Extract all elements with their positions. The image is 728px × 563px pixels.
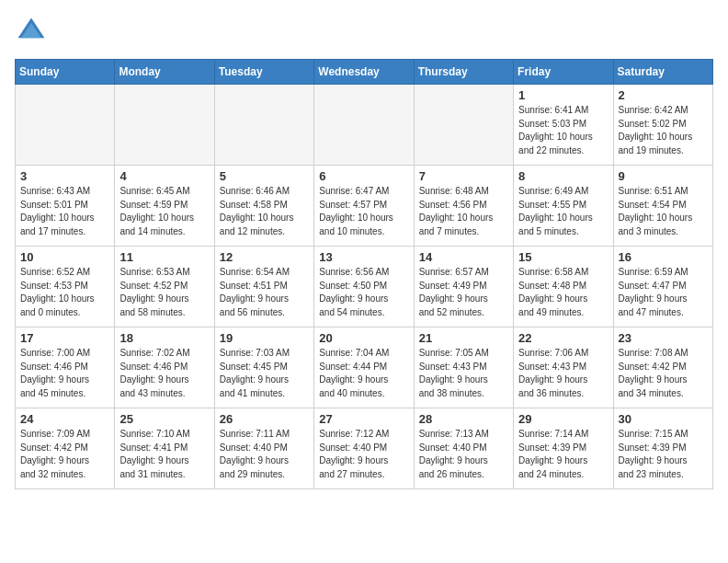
day-info: Sunrise: 6:51 AM Sunset: 4:54 PM Dayligh… [619,185,708,238]
day-number: 22 [518,331,608,345]
day-info: Sunrise: 7:11 AM Sunset: 4:40 PM Dayligh… [220,428,309,481]
day-number: 19 [220,331,309,345]
calendar-cell: 7Sunrise: 6:48 AM Sunset: 4:56 PM Daylig… [414,166,513,247]
day-info: Sunrise: 6:53 AM Sunset: 4:52 PM Dayligh… [119,266,209,319]
calendar-cell: 27Sunrise: 7:12 AM Sunset: 4:40 PM Dayli… [314,408,414,489]
day-info: Sunrise: 7:13 AM Sunset: 4:40 PM Dayligh… [419,428,508,481]
day-number: 10 [20,250,109,264]
calendar-cell: 3Sunrise: 6:43 AM Sunset: 5:01 PM Daylig… [16,166,115,247]
day-info: Sunrise: 6:43 AM Sunset: 5:01 PM Dayligh… [20,185,109,238]
day-info: Sunrise: 7:08 AM Sunset: 4:42 PM Dayligh… [619,347,708,400]
logo-icon [15,15,48,48]
calendar-week-row: 24Sunrise: 7:09 AM Sunset: 4:42 PM Dayli… [16,408,713,489]
day-info: Sunrise: 7:09 AM Sunset: 4:42 PM Dayligh… [20,428,109,481]
day-number: 25 [119,412,209,426]
calendar-cell: 28Sunrise: 7:13 AM Sunset: 4:40 PM Dayli… [414,408,513,489]
day-number: 12 [220,250,309,264]
day-number: 27 [319,412,408,426]
day-number: 6 [319,169,408,183]
weekday-header-friday: Friday [514,60,613,85]
day-info: Sunrise: 6:56 AM Sunset: 4:50 PM Dayligh… [319,266,408,319]
day-number: 14 [419,250,508,264]
day-info: Sunrise: 7:12 AM Sunset: 4:40 PM Dayligh… [319,428,408,481]
day-info: Sunrise: 7:06 AM Sunset: 4:43 PM Dayligh… [518,347,608,400]
calendar-cell: 2Sunrise: 6:42 AM Sunset: 5:02 PM Daylig… [613,85,712,166]
calendar-cell: 9Sunrise: 6:51 AM Sunset: 4:54 PM Daylig… [613,166,712,247]
day-info: Sunrise: 7:03 AM Sunset: 4:45 PM Dayligh… [220,347,309,400]
day-number: 23 [619,331,708,345]
calendar-week-row: 3Sunrise: 6:43 AM Sunset: 5:01 PM Daylig… [16,166,713,247]
calendar-cell [414,85,513,166]
calendar-cell: 16Sunrise: 6:59 AM Sunset: 4:47 PM Dayli… [613,247,712,327]
day-number: 16 [619,250,708,264]
calendar-cell: 21Sunrise: 7:05 AM Sunset: 4:43 PM Dayli… [414,327,513,408]
calendar-week-row: 10Sunrise: 6:52 AM Sunset: 4:53 PM Dayli… [16,247,713,327]
calendar-cell: 18Sunrise: 7:02 AM Sunset: 4:46 PM Dayli… [115,327,214,408]
day-info: Sunrise: 6:49 AM Sunset: 4:55 PM Dayligh… [518,185,608,238]
day-number: 11 [119,250,209,264]
day-info: Sunrise: 7:00 AM Sunset: 4:46 PM Dayligh… [20,347,109,400]
calendar-cell: 17Sunrise: 7:00 AM Sunset: 4:46 PM Dayli… [16,327,115,408]
calendar-cell: 6Sunrise: 6:47 AM Sunset: 4:57 PM Daylig… [314,166,414,247]
calendar-cell: 22Sunrise: 7:06 AM Sunset: 4:43 PM Dayli… [514,327,613,408]
day-info: Sunrise: 6:54 AM Sunset: 4:51 PM Dayligh… [220,266,309,319]
weekday-header-wednesday: Wednesday [314,60,414,85]
calendar-cell [115,85,214,166]
day-number: 1 [518,88,608,102]
day-number: 18 [119,331,209,345]
day-info: Sunrise: 7:10 AM Sunset: 4:41 PM Dayligh… [119,428,209,481]
calendar-week-row: 17Sunrise: 7:00 AM Sunset: 4:46 PM Dayli… [16,327,713,408]
calendar-cell [214,85,313,166]
calendar-cell: 19Sunrise: 7:03 AM Sunset: 4:45 PM Dayli… [214,327,313,408]
day-info: Sunrise: 6:46 AM Sunset: 4:58 PM Dayligh… [220,185,309,238]
weekday-header-saturday: Saturday [613,60,712,85]
weekday-header-row: SundayMondayTuesdayWednesdayThursdayFrid… [16,60,713,85]
weekday-header-tuesday: Tuesday [214,60,313,85]
calendar-cell: 15Sunrise: 6:58 AM Sunset: 4:48 PM Dayli… [514,247,613,327]
day-number: 2 [619,88,708,102]
day-info: Sunrise: 7:15 AM Sunset: 4:39 PM Dayligh… [619,428,708,481]
calendar-header: SundayMondayTuesdayWednesdayThursdayFrid… [16,60,713,85]
day-number: 17 [20,331,109,345]
calendar-cell: 8Sunrise: 6:49 AM Sunset: 4:55 PM Daylig… [514,166,613,247]
day-number: 9 [619,169,708,183]
calendar-cell: 14Sunrise: 6:57 AM Sunset: 4:49 PM Dayli… [414,247,513,327]
day-info: Sunrise: 7:04 AM Sunset: 4:44 PM Dayligh… [319,347,408,400]
day-number: 7 [419,169,508,183]
day-number: 4 [119,169,209,183]
day-info: Sunrise: 6:59 AM Sunset: 4:47 PM Dayligh… [619,266,708,319]
day-info: Sunrise: 6:42 AM Sunset: 5:02 PM Dayligh… [619,104,708,157]
day-info: Sunrise: 6:58 AM Sunset: 4:48 PM Dayligh… [518,266,608,319]
calendar-cell: 1Sunrise: 6:41 AM Sunset: 5:03 PM Daylig… [514,85,613,166]
calendar-cell: 20Sunrise: 7:04 AM Sunset: 4:44 PM Dayli… [314,327,414,408]
calendar-cell: 13Sunrise: 6:56 AM Sunset: 4:50 PM Dayli… [314,247,414,327]
day-number: 30 [619,412,708,426]
day-number: 26 [220,412,309,426]
calendar-cell [16,85,115,166]
page-header [15,15,713,48]
day-number: 20 [319,331,408,345]
day-number: 29 [518,412,608,426]
calendar-cell: 4Sunrise: 6:45 AM Sunset: 4:59 PM Daylig… [115,166,214,247]
day-number: 15 [518,250,608,264]
day-info: Sunrise: 6:48 AM Sunset: 4:56 PM Dayligh… [419,185,508,238]
calendar-week-row: 1Sunrise: 6:41 AM Sunset: 5:03 PM Daylig… [16,85,713,166]
day-number: 13 [319,250,408,264]
logo [15,15,51,48]
day-number: 3 [20,169,109,183]
calendar-cell [314,85,414,166]
day-info: Sunrise: 6:57 AM Sunset: 4:49 PM Dayligh… [419,266,508,319]
day-info: Sunrise: 7:05 AM Sunset: 4:43 PM Dayligh… [419,347,508,400]
calendar-cell: 26Sunrise: 7:11 AM Sunset: 4:40 PM Dayli… [214,408,313,489]
day-number: 8 [518,169,608,183]
calendar-cell: 30Sunrise: 7:15 AM Sunset: 4:39 PM Dayli… [613,408,712,489]
day-info: Sunrise: 7:14 AM Sunset: 4:39 PM Dayligh… [518,428,608,481]
calendar-cell: 5Sunrise: 6:46 AM Sunset: 4:58 PM Daylig… [214,166,313,247]
weekday-header-thursday: Thursday [414,60,513,85]
day-info: Sunrise: 6:41 AM Sunset: 5:03 PM Dayligh… [518,104,608,157]
day-number: 24 [20,412,109,426]
day-info: Sunrise: 6:52 AM Sunset: 4:53 PM Dayligh… [20,266,109,319]
day-number: 5 [220,169,309,183]
day-number: 21 [419,331,508,345]
weekday-header-sunday: Sunday [16,60,115,85]
